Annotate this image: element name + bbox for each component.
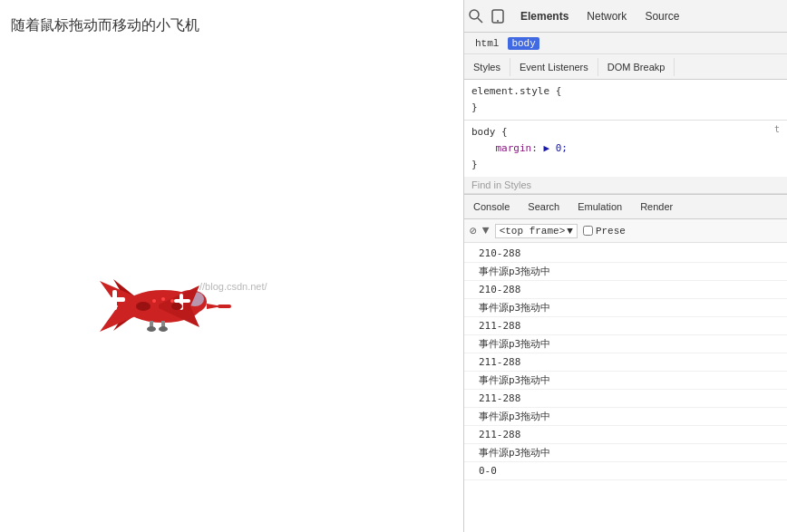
element-style-selector: element.style {	[471, 83, 780, 100]
element-style-close: }	[471, 100, 780, 116]
tab-search[interactable]: Search	[519, 198, 568, 216]
frame-selector[interactable]: <top frame> ▼	[495, 224, 578, 238]
svg-point-10	[161, 297, 165, 301]
breadcrumb-html[interactable]: html	[471, 37, 502, 50]
svg-rect-16	[218, 305, 231, 308]
console-output: 210-288 事件源p3拖动中 210-288 事件源p3拖动中 211-28…	[464, 243, 787, 532]
console-line: 事件源p3拖动中	[464, 372, 787, 390]
body-style-link[interactable]: t	[774, 124, 780, 140]
search-icon[interactable]	[468, 8, 484, 24]
console-toolbar: ⊘ ▼ <top frame> ▼ Prese	[464, 219, 787, 243]
console-line: 事件源p3拖动中	[464, 335, 787, 353]
svg-line-18	[478, 18, 482, 23]
body-selector: body {	[471, 124, 508, 140]
preserve-label: Prese	[596, 226, 626, 237]
svg-point-9	[152, 299, 156, 303]
frame-label: <top frame>	[500, 226, 566, 237]
console-line: 事件源p3拖动中	[464, 444, 787, 462]
element-style-block: element.style { }	[464, 80, 787, 121]
console-line: 事件源p3拖动中	[464, 299, 787, 317]
svg-point-8	[171, 303, 182, 310]
svg-point-14	[147, 326, 156, 332]
body-style-block: body { t margin: ▶ 0; }	[464, 121, 787, 177]
devtools-panel: Elements Network Source html body Styles…	[464, 0, 787, 532]
console-area: Console Search Emulation Render ⊘ ▼ <top…	[464, 194, 787, 532]
svg-point-7	[136, 302, 151, 311]
tab-network[interactable]: Network	[578, 6, 636, 26]
styles-sub-tabs: Styles Event Listeners DOM Breakp	[464, 54, 787, 80]
filter-icon[interactable]: ▼	[482, 224, 490, 237]
main-page: 随着鼠标拖动而移动的小飞机	[0, 0, 464, 532]
tab-dom-breakpoints[interactable]: DOM Breakp	[598, 58, 675, 76]
body-margin-rule: margin: ▶ 0;	[471, 140, 780, 157]
console-line: 210-288	[464, 245, 787, 263]
console-line: 211-288	[464, 353, 787, 372]
svg-point-20	[497, 20, 499, 22]
tab-event-listeners[interactable]: Event Listeners	[510, 58, 598, 76]
console-line: 0-0	[464, 462, 787, 480]
tab-render[interactable]: Render	[631, 198, 682, 216]
airplane-container	[73, 245, 254, 366]
body-selector-close: }	[471, 157, 780, 173]
preserve-checkbox[interactable]	[583, 226, 593, 236]
tab-console[interactable]: Console	[464, 198, 519, 216]
svg-point-17	[470, 10, 479, 19]
mobile-icon[interactable]	[490, 8, 506, 24]
airplane-image	[73, 245, 254, 363]
console-line: 211-288	[464, 317, 787, 335]
tab-styles[interactable]: Styles	[464, 58, 510, 76]
breadcrumb-body[interactable]: body	[508, 37, 539, 50]
console-tabs: Console Search Emulation Render	[464, 194, 787, 219]
tab-sources[interactable]: Source	[636, 6, 688, 26]
svg-point-11	[170, 299, 174, 303]
watermark: //blog.csdn.net/	[199, 281, 267, 292]
find-in-styles[interactable]: Find in Styles	[464, 177, 787, 194]
devtools-toolbar: Elements Network Source	[464, 0, 787, 33]
page-title: 随着鼠标拖动而移动的小飞机	[0, 0, 463, 52]
no-entry-icon[interactable]: ⊘	[470, 224, 477, 238]
tab-elements[interactable]: Elements	[511, 6, 578, 26]
svg-point-15	[159, 326, 168, 332]
console-line: 211-288	[464, 426, 787, 444]
console-line: 事件源p3拖动中	[464, 263, 787, 281]
devtools-tabs: Elements Network Source	[511, 6, 783, 26]
svg-rect-4	[112, 290, 117, 310]
console-line: 211-288	[464, 390, 787, 408]
element-selector-bar: html body	[464, 33, 787, 54]
frame-dropdown-arrow: ▼	[567, 226, 573, 237]
console-line: 事件源p3拖动中	[464, 408, 787, 426]
tab-emulation[interactable]: Emulation	[568, 198, 631, 216]
preserve-log-checkbox[interactable]: Prese	[583, 226, 626, 237]
console-line: 210-288	[464, 281, 787, 299]
